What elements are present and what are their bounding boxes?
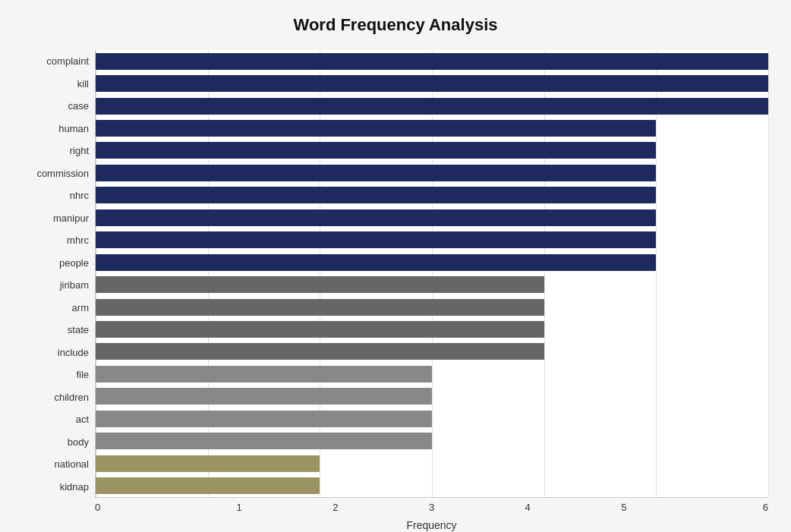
x-axis-label: Frequency bbox=[95, 519, 768, 531]
chart-container: Word Frequency Analysis complaintkillcas… bbox=[0, 0, 791, 532]
y-label: file bbox=[76, 365, 89, 385]
y-label: people bbox=[59, 253, 89, 272]
y-label: commission bbox=[36, 163, 89, 183]
bar-row bbox=[96, 96, 768, 116]
y-label: case bbox=[68, 96, 89, 116]
bar-row bbox=[96, 163, 768, 183]
bar bbox=[96, 209, 656, 226]
grid-line bbox=[768, 50, 769, 497]
bars-area bbox=[95, 50, 768, 498]
bar-row bbox=[96, 476, 768, 496]
y-label: arm bbox=[72, 297, 89, 317]
bar bbox=[96, 187, 656, 203]
bar-row bbox=[96, 409, 768, 429]
bar-row bbox=[96, 208, 768, 228]
chart-area: complaintkillcasehumanrightcommissionnhr… bbox=[23, 50, 768, 498]
y-label: include bbox=[58, 342, 89, 362]
bar bbox=[96, 254, 656, 271]
bar bbox=[96, 98, 768, 115]
x-tick: 6 bbox=[672, 502, 768, 513]
x-tick: 3 bbox=[383, 502, 480, 513]
y-label: nhrc bbox=[70, 186, 89, 206]
bar bbox=[96, 142, 656, 159]
bar bbox=[96, 165, 656, 181]
bar-row bbox=[96, 342, 768, 361]
y-label: jiribam bbox=[60, 275, 89, 295]
bar bbox=[96, 299, 544, 316]
bar-row bbox=[96, 140, 768, 160]
bar-row bbox=[96, 52, 768, 71]
bar bbox=[96, 388, 432, 405]
bar bbox=[96, 120, 656, 137]
grid-line bbox=[656, 50, 657, 497]
bar bbox=[96, 455, 320, 472]
x-tick: 0 bbox=[95, 502, 191, 513]
x-tick: 2 bbox=[287, 502, 383, 513]
bar-row bbox=[96, 431, 768, 451]
bar bbox=[96, 433, 432, 449]
bar bbox=[96, 366, 432, 382]
chart-title: Word Frequency Analysis bbox=[23, 15, 768, 35]
bar-row bbox=[96, 364, 768, 384]
y-label: body bbox=[68, 432, 89, 452]
x-tick: 1 bbox=[191, 502, 288, 513]
grid-line bbox=[96, 50, 96, 497]
grid-line bbox=[320, 50, 320, 497]
bar-row bbox=[96, 386, 768, 406]
y-label: kill bbox=[77, 74, 89, 93]
bar bbox=[96, 321, 544, 338]
bar-row bbox=[96, 74, 768, 93]
y-label: complaint bbox=[46, 52, 89, 71]
bar bbox=[96, 276, 544, 293]
bar-row bbox=[96, 118, 768, 138]
bar bbox=[96, 411, 432, 427]
grid-line bbox=[208, 50, 209, 497]
y-label: kidnap bbox=[60, 477, 89, 496]
y-label: act bbox=[76, 410, 89, 430]
y-label: state bbox=[68, 320, 89, 340]
grid-line bbox=[432, 50, 433, 497]
y-label: children bbox=[54, 387, 89, 407]
grid-line bbox=[544, 50, 545, 497]
bar-row bbox=[96, 297, 768, 317]
x-axis: 0123456 bbox=[95, 498, 768, 513]
y-label: manipur bbox=[53, 208, 89, 228]
y-label: human bbox=[58, 118, 89, 138]
y-label: national bbox=[54, 455, 89, 474]
bar-row bbox=[96, 454, 768, 474]
x-tick: 5 bbox=[576, 502, 673, 513]
bar bbox=[96, 231, 656, 248]
bar bbox=[96, 75, 768, 92]
bar bbox=[96, 343, 544, 360]
bar-row bbox=[96, 185, 768, 205]
bar bbox=[96, 477, 320, 494]
bar-row bbox=[96, 320, 768, 339]
y-label: right bbox=[70, 141, 89, 161]
bar-row bbox=[96, 275, 768, 294]
bar-row bbox=[96, 230, 768, 250]
bar-row bbox=[96, 253, 768, 272]
x-tick: 4 bbox=[480, 502, 576, 513]
y-label: mhrc bbox=[67, 231, 89, 250]
bar bbox=[96, 53, 768, 70]
y-axis-labels: complaintkillcasehumanrightcommissionnhr… bbox=[23, 50, 95, 498]
